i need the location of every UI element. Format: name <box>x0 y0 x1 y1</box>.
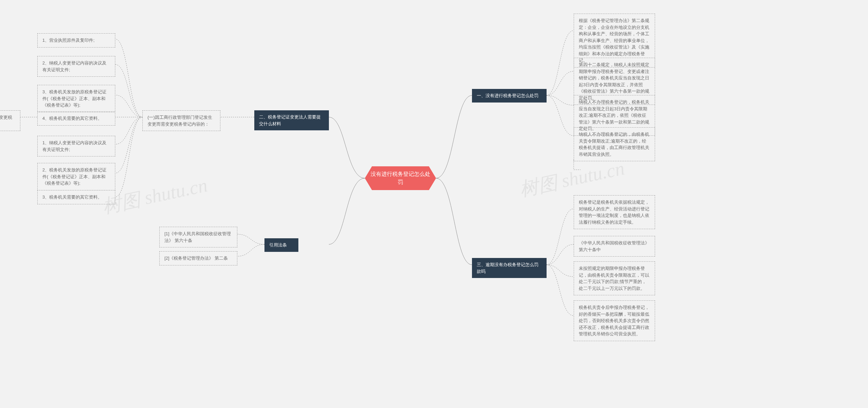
leaf-a-2: 3、税务机关发放的原税务登记证件(《税务登记证》正本、副本和《税务登记表》等); <box>37 85 115 112</box>
leaf-b-0: 1、纳税人变更登记内容的决议及有关证明文件; <box>37 136 115 156</box>
leaf-a-0: 1、营业执照原件及复印件; <box>37 33 115 48</box>
leaf-a-1: 2、纳税人变更登记内容的决议及有关证明文件; <box>37 56 115 77</box>
leaf-b3-1: 《中华人民共和国税收征收管理法》第六十条中 <box>574 236 655 257</box>
leaf-b3-3: 税务机关责令后申报办理税务登记，好的香烟买一条把应酬，可能按最低处罚，否则经税务… <box>574 300 655 341</box>
sub-b-label: (二)非工商登记变更因素而变更税务登记内容的; <box>0 110 20 131</box>
branch-1[interactable]: 一、没有进行税务登记怎么处罚 <box>472 89 547 103</box>
leaf-b1-3: 纳税人不办理税务登记的，由税务机关责令限期改正;逾期不改正的，经税务机关提请，由… <box>574 127 655 161</box>
leaf-b3-2: 未按照规定的期限申报办理税务登记，由税务机关责令限期改正，可以处二千元以下的罚款… <box>574 261 655 295</box>
leaf-ref-0: [1]《中华人民共和国税收征收管理法》 第六十条 <box>159 227 237 247</box>
leaf-a-3: 4、税务机关需要的其它资料。 <box>37 111 115 126</box>
sub-a-label: (一)因工商行政管理部门登记发生变更而需变更税务登记内容的： <box>142 110 220 131</box>
connectors <box>0 0 868 408</box>
branch-2[interactable]: 二、税务登记证变更法人需要提交什么材料 <box>254 110 329 130</box>
leaf-ref-1: [2]《税务登记管理办法》 第二条 <box>159 251 237 265</box>
root-node[interactable]: 没有进行税务登记怎么处罚 <box>365 166 436 190</box>
watermark: 树图 shutu.cn <box>100 172 210 220</box>
leaf-b3-0: 税务登记是税务机关依据税法规定，对纳税人的生产、经营活动进行登记管理的一项法定制… <box>574 195 655 229</box>
branch-3[interactable]: 三、逾期没有办税务登记怎么罚款吗 <box>472 258 547 278</box>
leaf-b-2: 3、税务机关需要的其它资料。 <box>37 190 115 204</box>
branch-ref[interactable]: 引用法条 <box>264 238 298 252</box>
leaf-b-1: 2、税务机关发放的原税务登记证件(《税务登记证》正本、副本和《税务登记表》等); <box>37 163 115 190</box>
